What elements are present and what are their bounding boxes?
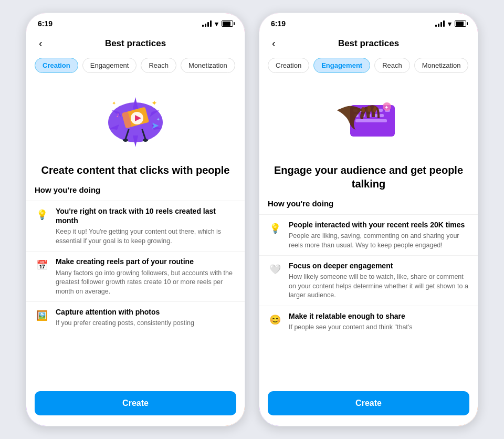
- tip-desc-2-0: People are liking, saving, commenting on…: [289, 232, 469, 250]
- wifi-icon-2: ▾: [448, 20, 452, 28]
- tabs-1: Creation Engagement Reach Monetization: [26, 58, 245, 81]
- tips-list-1: 💡 You're right on track with 10 reels cr…: [26, 201, 245, 385]
- tip-item-1-1: 📅 Make creating reels part of your routi…: [26, 251, 245, 301]
- tip-icon-2-2: 😊: [268, 312, 282, 327]
- svg-rect-32: [355, 119, 387, 122]
- tip-desc-1-2: If you prefer creating posts, consistent…: [56, 319, 194, 328]
- nav-bar-1: ‹ Best practices: [26, 31, 245, 58]
- svg-point-19: [143, 139, 148, 142]
- wifi-icon-1: ▾: [215, 20, 218, 28]
- gradient-bottom-2: [259, 369, 478, 385]
- hero-title-1: Create content that clicks with people: [26, 159, 245, 185]
- tip-item-2-2: 😊 Make it relatable enough to share If p…: [259, 306, 478, 338]
- svg-text:✦: ✦: [151, 99, 158, 107]
- hero-image-2: ✦: [268, 81, 469, 155]
- tip-item-1-0: 💡 You're right on track with 10 reels cr…: [26, 201, 245, 251]
- tip-icon-2-1: 🤍: [268, 262, 282, 277]
- tip-desc-1-0: Keep it up! You're getting your content …: [56, 227, 236, 246]
- tip-content-2-2: Make it relatable enough to share If peo…: [289, 311, 412, 332]
- tab-monetization-1[interactable]: Monetization: [181, 58, 235, 73]
- svg-text:✦: ✦: [384, 104, 388, 110]
- back-button-1[interactable]: ‹: [35, 35, 47, 51]
- time-2: 6:19: [271, 19, 286, 28]
- tip-icon-1-1: 📅: [35, 258, 49, 273]
- battery-icon-1: [222, 20, 233, 27]
- create-button-1[interactable]: Create: [35, 391, 236, 415]
- tip-desc-1-1: Many factors go into growing followers, …: [56, 269, 236, 297]
- tab-monetization-2[interactable]: Monetization: [414, 58, 469, 73]
- time-1: 6:19: [38, 19, 52, 28]
- signal-icon-2: [435, 20, 445, 27]
- tip-icon-1-2: 🖼️: [35, 308, 49, 323]
- tab-reach-2[interactable]: Reach: [374, 58, 410, 73]
- svg-rect-31: [380, 114, 384, 117]
- tip-item-2-1: 🤍 Focus on deeper engagement How likely …: [259, 255, 478, 306]
- gradient-bottom-1: [26, 369, 245, 385]
- signal-icon-1: [202, 20, 212, 27]
- hero-title-2: Engage your audience and get people talk…: [259, 159, 478, 199]
- status-icons-1: ▾: [202, 20, 233, 28]
- phone-2: 6:19 ▾ ‹ Best practices Creation: [258, 12, 479, 427]
- tip-content-2-0: People interacted with your recent reels…: [289, 220, 469, 250]
- bottom-btn-area-1: Create: [26, 385, 245, 426]
- tab-reach-1[interactable]: Reach: [141, 58, 176, 73]
- tip-icon-1-0: 💡: [35, 207, 49, 222]
- svg-text:♪: ♪: [116, 110, 120, 119]
- status-bar-1: 6:19 ▾: [26, 13, 245, 31]
- tip-title-2-1: Focus on deeper engagement: [289, 261, 469, 270]
- tip-title-1-0: You're right on track with 10 reels crea…: [56, 206, 236, 225]
- hero-image-1: ✦ ✦ ✦ ♪ ➤: [35, 81, 236, 155]
- tip-title-2-2: Make it relatable enough to share: [289, 311, 412, 321]
- status-icons-2: ▾: [435, 20, 466, 28]
- nav-title-1: Best practices: [105, 38, 166, 49]
- tip-content-2-1: Focus on deeper engagement How likely so…: [289, 261, 469, 300]
- phone-1: 6:19 ▾ ‹ Best practices Creation: [25, 12, 246, 427]
- tip-icon-2-0: 💡: [268, 221, 282, 236]
- svg-text:➤: ➤: [151, 120, 159, 131]
- tip-content-1-0: You're right on track with 10 reels crea…: [56, 206, 236, 246]
- tab-creation-2[interactable]: Creation: [268, 58, 309, 73]
- tip-desc-2-2: If people see your content and think "th…: [289, 323, 412, 332]
- section-label-2: How you're doing: [259, 199, 478, 214]
- svg-text:✦: ✦: [112, 100, 116, 106]
- status-bar-2: 6:19 ▾: [259, 13, 478, 31]
- tabs-2: Creation Engagement Reach Monetization: [259, 58, 478, 81]
- tip-content-1-2: Capture attention with photos If you pre…: [56, 307, 194, 328]
- nav-title-2: Best practices: [338, 38, 399, 49]
- battery-icon-2: [455, 20, 466, 27]
- tip-title-2-0: People interacted with your recent reels…: [289, 220, 469, 229]
- tip-title-1-2: Capture attention with photos: [56, 307, 194, 317]
- tab-engagement-2[interactable]: Engagement: [313, 58, 370, 73]
- tip-content-1-1: Make creating reels part of your routine…: [56, 257, 236, 296]
- tip-item-2-0: 💡 People interacted with your recent ree…: [259, 214, 478, 255]
- svg-point-18: [123, 139, 128, 142]
- back-button-2[interactable]: ‹: [268, 35, 280, 51]
- tip-title-1-1: Make creating reels part of your routine: [56, 257, 236, 266]
- phones-container: 6:19 ▾ ‹ Best practices Creation: [15, 2, 489, 437]
- section-label-1: How you're doing: [26, 185, 245, 201]
- tab-engagement-1[interactable]: Engagement: [82, 58, 137, 73]
- tip-desc-2-1: How likely someone will be to watch, lik…: [289, 273, 469, 300]
- tip-item-1-2: 🖼️ Capture attention with photos If you …: [26, 301, 245, 333]
- create-button-2[interactable]: Create: [268, 391, 469, 415]
- nav-bar-2: ‹ Best practices: [259, 31, 478, 58]
- tips-list-2: 💡 People interacted with your recent ree…: [259, 214, 478, 385]
- bottom-btn-area-2: Create: [259, 385, 478, 426]
- tab-creation-1[interactable]: Creation: [35, 58, 78, 73]
